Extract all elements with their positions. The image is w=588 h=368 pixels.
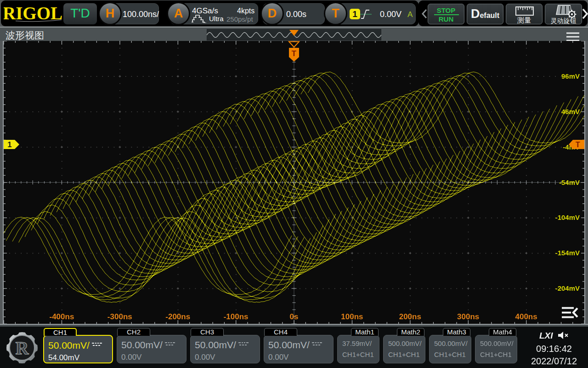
svg-text:RIGOL: RIGOL [4, 4, 62, 23]
svg-text:T: T [292, 49, 297, 58]
svg-text:1: 1 [7, 140, 11, 149]
svg-text:T: T [576, 141, 580, 149]
svg-text:R: R [16, 338, 29, 358]
